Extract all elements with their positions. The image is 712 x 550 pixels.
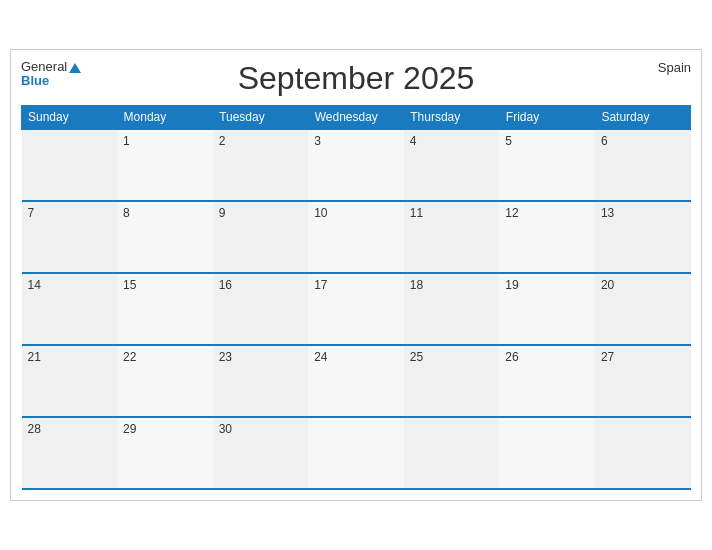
week-row-1: 78910111213	[22, 201, 691, 273]
day-number: 14	[28, 278, 41, 292]
day-number: 24	[314, 350, 327, 364]
day-cell: 12	[499, 201, 595, 273]
day-cell: 3	[308, 129, 404, 201]
logo: General Blue	[21, 60, 81, 89]
day-cell: 23	[213, 345, 309, 417]
calendar-grid: SundayMondayTuesdayWednesdayThursdayFrid…	[21, 105, 691, 490]
weekday-header-sunday: Sunday	[22, 106, 118, 130]
day-number: 9	[219, 206, 226, 220]
day-cell	[499, 417, 595, 489]
day-cell: 30	[213, 417, 309, 489]
day-cell: 14	[22, 273, 118, 345]
day-cell: 29	[117, 417, 213, 489]
day-cell: 27	[595, 345, 691, 417]
day-number: 16	[219, 278, 232, 292]
week-row-4: 282930	[22, 417, 691, 489]
day-number: 12	[505, 206, 518, 220]
day-number: 11	[410, 206, 423, 220]
day-cell: 24	[308, 345, 404, 417]
day-cell: 5	[499, 129, 595, 201]
logo-blue-text: Blue	[21, 74, 49, 88]
day-number: 28	[28, 422, 41, 436]
day-number: 22	[123, 350, 136, 364]
weekday-header-saturday: Saturday	[595, 106, 691, 130]
day-cell: 21	[22, 345, 118, 417]
day-cell: 10	[308, 201, 404, 273]
day-cell: 6	[595, 129, 691, 201]
country-label: Spain	[658, 60, 691, 75]
logo-triangle-icon	[69, 63, 81, 73]
day-number: 21	[28, 350, 41, 364]
day-cell: 13	[595, 201, 691, 273]
day-cell: 22	[117, 345, 213, 417]
day-number: 25	[410, 350, 423, 364]
day-cell	[404, 417, 500, 489]
day-number: 26	[505, 350, 518, 364]
weekday-header-friday: Friday	[499, 106, 595, 130]
day-cell: 1	[117, 129, 213, 201]
day-number: 8	[123, 206, 130, 220]
day-cell	[22, 129, 118, 201]
day-cell: 25	[404, 345, 500, 417]
day-cell: 8	[117, 201, 213, 273]
weekday-header-tuesday: Tuesday	[213, 106, 309, 130]
day-cell: 2	[213, 129, 309, 201]
day-cell: 17	[308, 273, 404, 345]
day-cell: 15	[117, 273, 213, 345]
day-number: 10	[314, 206, 327, 220]
day-number: 7	[28, 206, 35, 220]
day-number: 3	[314, 134, 321, 148]
day-cell	[595, 417, 691, 489]
day-cell: 11	[404, 201, 500, 273]
week-row-0: 123456	[22, 129, 691, 201]
day-cell: 20	[595, 273, 691, 345]
day-number: 15	[123, 278, 136, 292]
weekday-header-row: SundayMondayTuesdayWednesdayThursdayFrid…	[22, 106, 691, 130]
day-number: 18	[410, 278, 423, 292]
calendar-header: General Blue September 2025 Spain	[21, 60, 691, 97]
day-cell: 4	[404, 129, 500, 201]
day-cell: 18	[404, 273, 500, 345]
day-number: 1	[123, 134, 130, 148]
day-number: 29	[123, 422, 136, 436]
day-number: 5	[505, 134, 512, 148]
day-number: 23	[219, 350, 232, 364]
day-number: 27	[601, 350, 614, 364]
day-number: 30	[219, 422, 232, 436]
day-cell: 16	[213, 273, 309, 345]
day-cell: 9	[213, 201, 309, 273]
day-cell: 26	[499, 345, 595, 417]
weekday-header-wednesday: Wednesday	[308, 106, 404, 130]
day-number: 2	[219, 134, 226, 148]
day-number: 6	[601, 134, 608, 148]
day-number: 4	[410, 134, 417, 148]
calendar-title: September 2025	[238, 60, 475, 97]
day-number: 20	[601, 278, 614, 292]
day-cell: 7	[22, 201, 118, 273]
week-row-2: 14151617181920	[22, 273, 691, 345]
weekday-header-monday: Monday	[117, 106, 213, 130]
day-number: 17	[314, 278, 327, 292]
week-row-3: 21222324252627	[22, 345, 691, 417]
day-cell: 19	[499, 273, 595, 345]
day-number: 19	[505, 278, 518, 292]
calendar-container: General Blue September 2025 Spain Sunday…	[10, 49, 702, 501]
day-number: 13	[601, 206, 614, 220]
day-cell	[308, 417, 404, 489]
day-cell: 28	[22, 417, 118, 489]
weekday-header-thursday: Thursday	[404, 106, 500, 130]
logo-general-text: General	[21, 60, 81, 74]
